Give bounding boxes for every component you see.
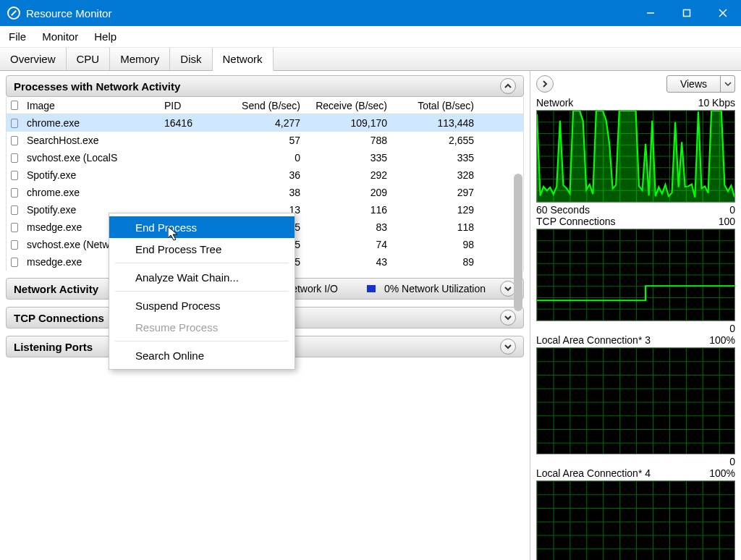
chart-block: Local Area Connection* 4100% (536, 467, 735, 560)
tab-disk[interactable]: Disk (170, 48, 212, 70)
vertical-scrollbar[interactable] (512, 101, 524, 347)
scrollbar-thumb[interactable] (514, 174, 522, 311)
svg-rect-1 (684, 10, 690, 17)
col-image[interactable]: Image (22, 100, 160, 111)
menu-item[interactable]: Search Online (109, 344, 295, 366)
row-checkbox[interactable] (7, 136, 22, 145)
chart-footer-right: 0 (729, 456, 735, 467)
cell-recv: 335 (305, 152, 391, 164)
table-row[interactable]: Spotify.exe36292328 (7, 166, 523, 184)
views-dropdown[interactable]: Views (666, 75, 735, 93)
minimize-button[interactable] (632, 0, 669, 26)
col-send[interactable]: Send (B/sec) (218, 100, 305, 111)
tab-overview[interactable]: Overview (0, 48, 67, 70)
chart-canvas (536, 347, 735, 454)
cell-image: chrome.exe (22, 187, 160, 198)
chart-title: Local Area Connection* 4 (536, 467, 709, 479)
menu-item: Resume Process (109, 316, 295, 338)
context-menu: End ProcessEnd Process TreeAnalyze Wait … (109, 213, 295, 370)
cell-recv: 43 (305, 256, 391, 268)
tab-memory[interactable]: Memory (110, 48, 170, 70)
chevron-right-button[interactable] (536, 75, 554, 93)
cell-send: 57 (218, 135, 305, 146)
col-total[interactable]: Total (B/sec) (391, 100, 478, 111)
row-checkbox[interactable] (7, 223, 22, 232)
row-checkbox[interactable] (7, 171, 22, 180)
table-row[interactable]: SearchHost.exe577882,655 (7, 132, 523, 149)
menu-item[interactable]: End Process Tree (109, 238, 295, 260)
cell-pid: 16416 (160, 117, 218, 129)
cell-total: 335 (391, 152, 478, 164)
row-checkbox[interactable] (7, 188, 22, 198)
cell-image: svchost.exe (LocalS (22, 152, 160, 164)
menu-help[interactable]: Help (94, 30, 117, 43)
chart-block: TCP Connections1000 (536, 216, 735, 334)
chart-title: Network (536, 97, 698, 109)
cell-recv: 292 (305, 169, 391, 181)
legend2-color (367, 285, 376, 292)
chart-scale: 100% (709, 467, 735, 479)
cell-total: 328 (391, 169, 478, 181)
row-checkbox[interactable] (7, 240, 22, 250)
chart-scale: 100% (709, 334, 735, 346)
legend2-text: 0% Network Utilization (384, 283, 486, 294)
col-recv[interactable]: Receive (B/sec) (305, 100, 391, 111)
chart-title: TCP Connections (536, 216, 719, 227)
chart-canvas (536, 229, 735, 321)
cell-total: 113,448 (391, 117, 478, 129)
cell-total: 118 (391, 221, 478, 233)
chart-footer-left (536, 456, 729, 467)
menu-item[interactable]: Analyze Wait Chain... (109, 266, 295, 288)
views-toolbar: Views (536, 75, 735, 93)
tcp-connections-title: TCP Connections (14, 312, 104, 324)
cell-total: 89 (391, 256, 478, 268)
processes-title: Processes with Network Activity (14, 80, 180, 93)
menu-file[interactable]: File (9, 30, 26, 43)
left-pane: Processes with Network Activity Image PI… (0, 71, 530, 560)
chart-footer-left: 60 Seconds (536, 204, 729, 216)
cell-image: Spotify.exe (22, 169, 160, 181)
row-checkbox[interactable] (7, 153, 22, 163)
row-checkbox[interactable] (7, 205, 22, 215)
row-checkbox[interactable] (7, 258, 22, 267)
cell-recv: 109,170 (305, 117, 391, 129)
chart-footer-right: 0 (729, 323, 735, 334)
menubar: File Monitor Help (0, 26, 741, 48)
menu-item[interactable]: End Process (109, 216, 295, 238)
views-label: Views (667, 78, 720, 90)
cell-image: chrome.exe (22, 117, 160, 129)
menu-monitor[interactable]: Monitor (42, 30, 78, 43)
cell-image: SearchHost.exe (22, 135, 160, 146)
collapse-icon[interactable] (500, 78, 516, 94)
col-pid[interactable]: PID (160, 100, 218, 111)
maximize-button[interactable] (669, 0, 705, 26)
chart-block: Network10 Kbps60 Seconds0 (536, 97, 735, 216)
tab-network[interactable]: Network (213, 48, 274, 71)
close-button[interactable] (705, 0, 741, 26)
cell-total: 297 (391, 187, 478, 198)
window-title: Resource Monitor (26, 7, 632, 20)
cell-send: 4,277 (218, 117, 305, 129)
cell-recv: 788 (305, 135, 391, 146)
table-header-row: Image PID Send (B/sec) Receive (B/sec) T… (7, 97, 523, 114)
titlebar: Resource Monitor (0, 0, 741, 26)
header-checkbox[interactable] (7, 101, 22, 110)
menu-item[interactable]: Suspend Process (109, 294, 295, 316)
processes-header[interactable]: Processes with Network Activity (6, 75, 524, 97)
table-row[interactable]: chrome.exe38209297 (7, 184, 523, 201)
chart-footer-left (536, 323, 729, 334)
cell-recv: 209 (305, 187, 391, 198)
chart-canvas (536, 480, 735, 560)
table-row[interactable]: chrome.exe164164,277109,170113,448 (7, 114, 523, 132)
listening-ports-title: Listening Ports (14, 341, 93, 353)
right-pane: Views Network10 Kbps60 Seconds0TCP Conne… (530, 71, 741, 560)
tab-cpu[interactable]: CPU (67, 48, 111, 70)
menu-separator (115, 263, 289, 263)
chart-canvas (536, 110, 735, 203)
chart-scale: 10 Kbps (698, 97, 735, 109)
chart-footer-right: 0 (729, 204, 735, 216)
app-icon (7, 7, 20, 20)
table-row[interactable]: svchost.exe (LocalS0335335 (7, 149, 523, 166)
menu-separator (115, 291, 289, 292)
row-checkbox[interactable] (7, 119, 22, 128)
